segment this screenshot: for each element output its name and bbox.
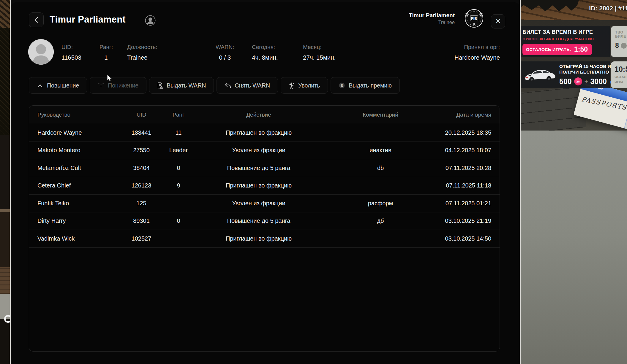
cell-rank: 11 [162, 129, 195, 136]
cell-datetime: 04.12.2025 18:07 [438, 147, 491, 154]
field-warn-label: WARN: [216, 44, 234, 50]
cell-uid: 102527 [121, 235, 162, 242]
cell-action: Уволен из фракции [195, 147, 323, 154]
cell-action: Повышение до 5 ранга [195, 165, 323, 171]
field-month: Месяц: 27ч. 15мин. [303, 44, 336, 61]
remove-warn-label: Снять WARN [235, 82, 270, 89]
cell-action: Приглашен во фракцию [195, 182, 323, 189]
page-title: Timur Parliament [50, 14, 126, 25]
cell-datetime: 03.10.2025 14:50 [438, 235, 491, 242]
remove-warn-button[interactable]: Снять WARN [217, 77, 278, 94]
table-body: Hardcore Wayne 188441 11 Приглашен во фр… [29, 124, 500, 248]
cell-comment: инактив [323, 147, 438, 154]
faction-log-table: Руководство UID Ранг Действие Комментари… [29, 105, 500, 352]
action-button-row: Повышение Понижение Выдать WARN [29, 77, 400, 94]
cell-uid: 38404 [121, 165, 162, 171]
field-post-value: Trainee [127, 54, 157, 61]
field-accepted-by-value: Hardcore Wayne [454, 54, 500, 61]
cell-uid: 126123 [121, 182, 162, 189]
car-timer-value: 10:5 [615, 65, 627, 74]
cell-action: Приглашен во фракцию [195, 235, 323, 242]
promote-label: Повышение [47, 82, 79, 89]
car-image [522, 65, 557, 84]
close-button[interactable]: ✕ [491, 14, 505, 28]
cell-name: Funtik Teiko [37, 200, 121, 207]
concrete-floor [521, 131, 627, 364]
demote-button[interactable]: Понижение [90, 77, 146, 94]
col-action: Действие [195, 112, 323, 118]
cell-action: Уволен из фракции [195, 200, 323, 207]
field-rank-label: Ранг: [100, 44, 113, 50]
field-warn-value: 0 / 3 [216, 54, 234, 61]
field-month-label: Месяц: [303, 44, 336, 50]
timer-label: ОСТАЛОСЬ ИГРАТЬ: [526, 47, 571, 52]
modal-left-edge [10, 0, 11, 364]
car-timer-line2: ИГРА [615, 80, 627, 84]
reward-currency-amount: 500 [559, 77, 572, 86]
cell-uid: 27550 [121, 147, 162, 154]
svg-text:FIB: FIB [471, 16, 477, 21]
cell-name: Hardcore Wayne [37, 129, 121, 136]
field-today: Сегодня: 4ч. 8мин. [252, 44, 278, 61]
demote-label: Понижение [108, 82, 138, 89]
field-today-value: 4ч. 8мин. [252, 54, 278, 61]
cell-datetime: 07.11.2025 11:18 [438, 182, 491, 189]
field-warn: WARN: 0 / 3 [216, 44, 234, 61]
field-rank: Ранг: 1 [100, 44, 113, 61]
back-button[interactable] [29, 12, 44, 27]
cell-datetime: 03.10.2025 21:19 [438, 217, 491, 224]
svg-text:$: $ [341, 83, 343, 88]
plus-sign: + [585, 78, 588, 85]
screen: Premium Print PASSPORTS ID: 2802 | #116 … [0, 0, 627, 364]
ticket-ad-requirement: НУЖНО 30 БИЛЕТОВ ДЛЯ УЧАСТИЯ [522, 37, 607, 41]
table-row: Funtik Teiko 125 Уволен из фракции расфо… [29, 195, 500, 212]
col-uid: UID [121, 112, 162, 118]
avatar-silhouette-icon [28, 39, 54, 65]
cell-uid: 89301 [121, 217, 162, 224]
faction-member-panel: Timur Parliament Timur Parliament Traine… [11, 2, 520, 364]
game-background-right: Premium Print PASSPORTS ID: 2802 | #116 … [521, 0, 627, 364]
give-warn-button[interactable]: Выдать WARN [149, 77, 214, 94]
give-bonus-label: Выдать премию [349, 82, 392, 89]
chevron-down-icon [98, 83, 104, 88]
dark-bottom [0, 319, 10, 364]
field-uid: UID: 116503 [61, 44, 81, 61]
cell-name: Vadimka Wick [37, 235, 121, 242]
promote-button[interactable]: Повышение [29, 77, 87, 94]
table-row: Makoto Montero 27550 Leader Уволен из фр… [29, 142, 500, 160]
cell-rank: 0 [162, 217, 195, 224]
table-header-row: Руководство UID Ранг Действие Комментари… [29, 106, 500, 124]
field-accepted-by: Принял в орг: Hardcore Wayne [454, 44, 500, 61]
field-rank-value: 1 [99, 54, 113, 61]
table-row: Metamorfoz Cult 38404 0 Повышение до 5 р… [29, 159, 500, 177]
undo-arrow-icon [225, 82, 231, 88]
dark-area [0, 135, 10, 209]
play-timer-pill: ОСТАЛОСЬ ИГРАТЬ: 1:50 [522, 44, 592, 55]
member-avatar [28, 39, 54, 65]
game-background-left [0, 0, 10, 364]
car-reward-banner: ОТЫГРАЙ 15 ЧАСОВ И ПОЛУЧИ БЕСПЛАТНО 500 … [521, 61, 610, 88]
table-row: Dirty Harry 89301 0 Повышение до 5 ранга… [29, 212, 500, 230]
cell-datetime: 07.11.2025 20:28 [438, 165, 491, 171]
member-name: Timur Parliament [409, 12, 455, 19]
field-post-label: Должность: [127, 44, 157, 50]
fire-button[interactable]: Уволить [281, 77, 328, 94]
dollar-coin-icon: $ [339, 82, 345, 89]
col-rank: Ранг [162, 112, 195, 118]
cell-name: Makoto Montero [37, 147, 121, 154]
table-row: Hardcore Wayne 188441 11 Приглашен во фр… [29, 124, 500, 142]
give-bonus-button[interactable]: $ Выдать премию [331, 77, 400, 94]
field-uid-label: UID: [61, 44, 81, 50]
field-uid-value: 116503 [61, 54, 81, 61]
cell-action: Приглашен во фракцию [195, 129, 323, 136]
member-profile-icon[interactable] [145, 15, 156, 26]
cell-rank: Leader [162, 147, 195, 154]
tickets-card-line2: БИЛЕ [615, 34, 627, 39]
field-today-label: Сегодня: [252, 44, 278, 50]
col-leader: Руководство [37, 112, 121, 118]
cell-name: Metamorfoz Cult [37, 165, 121, 171]
cell-uid: 125 [121, 200, 162, 207]
car-timer-card: 10:5 ОСТАЛ ИГРА [611, 61, 627, 88]
cell-action: Повышение до 5 ранга [195, 217, 323, 224]
col-datetime: Дата и время [438, 112, 491, 118]
